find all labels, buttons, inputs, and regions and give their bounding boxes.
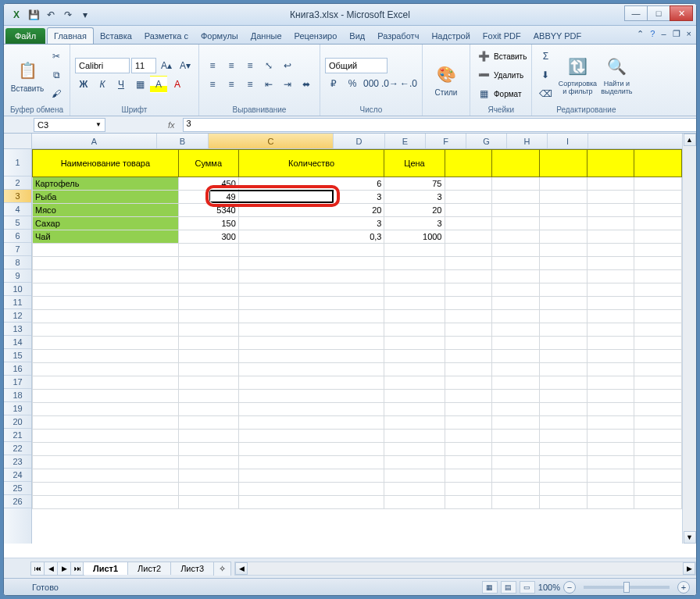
fill-icon[interactable]: ⬇: [537, 66, 554, 84]
cell[interactable]: [492, 337, 540, 350]
cell[interactable]: [33, 297, 179, 310]
doc-restore-icon[interactable]: ❐: [673, 29, 680, 39]
cell[interactable]: [634, 244, 682, 257]
row-header-5[interactable]: 5: [4, 216, 31, 230]
header-cell[interactable]: [587, 150, 634, 177]
cell[interactable]: 3: [384, 191, 445, 204]
cell[interactable]: [178, 403, 238, 416]
cell[interactable]: [445, 456, 492, 469]
tab-prev-icon[interactable]: ◀: [44, 562, 58, 576]
row-header-10[interactable]: 10: [4, 283, 31, 296]
cell[interactable]: [634, 483, 682, 496]
cell[interactable]: [492, 217, 540, 230]
cell[interactable]: [587, 204, 634, 217]
cell[interactable]: [445, 469, 492, 483]
cell[interactable]: [238, 297, 384, 310]
cell[interactable]: [238, 337, 384, 350]
cell[interactable]: [445, 270, 492, 283]
cell[interactable]: [634, 230, 682, 244]
row-header-18[interactable]: 18: [4, 389, 31, 402]
cell[interactable]: [492, 310, 540, 323]
cell[interactable]: [634, 177, 682, 191]
help-icon[interactable]: ?: [650, 29, 655, 39]
row-header-7[interactable]: 7: [4, 243, 31, 256]
cell[interactable]: [178, 496, 238, 509]
cell[interactable]: [634, 416, 682, 430]
redo-icon[interactable]: ↷: [60, 7, 76, 23]
cell[interactable]: [178, 297, 238, 310]
find-select-button[interactable]: 🔍 Найти и выделить: [598, 49, 635, 101]
cell[interactable]: [634, 469, 682, 483]
cell[interactable]: [587, 310, 634, 323]
font-color-icon[interactable]: A: [169, 76, 186, 93]
cell[interactable]: [492, 257, 540, 270]
row-header-23[interactable]: 23: [4, 455, 31, 469]
cell[interactable]: [492, 496, 540, 509]
cell[interactable]: [587, 483, 634, 496]
save-icon[interactable]: 💾: [26, 7, 41, 23]
cell[interactable]: [587, 350, 634, 363]
cell[interactable]: [539, 350, 587, 363]
cell[interactable]: [33, 310, 179, 323]
cell[interactable]: [238, 403, 384, 416]
comma-icon[interactable]: 000: [362, 75, 380, 92]
header-cell[interactable]: Цена: [384, 150, 445, 177]
cell[interactable]: [492, 469, 540, 483]
cell[interactable]: [445, 204, 492, 217]
cell[interactable]: [492, 390, 540, 403]
cell[interactable]: [384, 390, 445, 403]
cell[interactable]: [178, 283, 238, 297]
cell[interactable]: [587, 390, 634, 403]
row-header-19[interactable]: 19: [4, 402, 31, 415]
cell[interactable]: [238, 483, 384, 496]
cell[interactable]: [492, 443, 540, 456]
cell[interactable]: [445, 390, 492, 403]
cell[interactable]: [445, 323, 492, 337]
cell[interactable]: [384, 350, 445, 363]
cell[interactable]: [384, 430, 445, 443]
cell[interactable]: [539, 416, 587, 430]
cell[interactable]: [445, 310, 492, 323]
cell[interactable]: [587, 469, 634, 483]
tab-review[interactable]: Рецензиро: [288, 28, 344, 44]
cell[interactable]: [587, 323, 634, 337]
cell[interactable]: [634, 376, 682, 390]
row-header-24[interactable]: 24: [4, 469, 31, 482]
cell[interactable]: [634, 350, 682, 363]
row-header-14[interactable]: 14: [4, 336, 31, 349]
cell[interactable]: [634, 191, 682, 204]
new-sheet-button[interactable]: ✧: [213, 562, 231, 576]
minimize-button[interactable]: —: [624, 5, 648, 21]
cell[interactable]: [634, 363, 682, 376]
cell[interactable]: [587, 217, 634, 230]
cell[interactable]: [238, 430, 384, 443]
cell[interactable]: [384, 456, 445, 469]
currency-icon[interactable]: ₽: [325, 75, 342, 92]
grow-font-icon[interactable]: A▴: [158, 57, 175, 74]
number-format-select[interactable]: Общий: [325, 58, 388, 73]
cell[interactable]: [492, 363, 540, 376]
normal-view-icon[interactable]: ▦: [482, 581, 498, 594]
align-right-icon[interactable]: ≡: [241, 76, 259, 93]
copy-icon[interactable]: ⧉: [48, 66, 65, 84]
cell[interactable]: [445, 297, 492, 310]
qat-more-icon[interactable]: ▾: [77, 7, 93, 23]
cell[interactable]: [634, 204, 682, 217]
cell[interactable]: [384, 483, 445, 496]
cell[interactable]: [178, 337, 238, 350]
tab-formulas[interactable]: Формулы: [195, 28, 245, 44]
cell[interactable]: [539, 363, 587, 376]
cell[interactable]: [33, 350, 179, 363]
cell[interactable]: [539, 456, 587, 469]
tab-developer[interactable]: Разработч: [371, 28, 425, 44]
cell[interactable]: [178, 363, 238, 376]
row-header-16[interactable]: 16: [4, 362, 31, 376]
increase-decimal-icon[interactable]: .0→: [381, 75, 398, 92]
cell[interactable]: 1000: [384, 230, 445, 244]
cell[interactable]: [539, 244, 587, 257]
cell[interactable]: [33, 376, 179, 390]
bold-button[interactable]: Ж: [75, 76, 92, 93]
cell[interactable]: [384, 337, 445, 350]
maximize-button[interactable]: □: [647, 5, 670, 21]
vertical-scrollbar[interactable]: ▲ ▼: [682, 134, 696, 544]
